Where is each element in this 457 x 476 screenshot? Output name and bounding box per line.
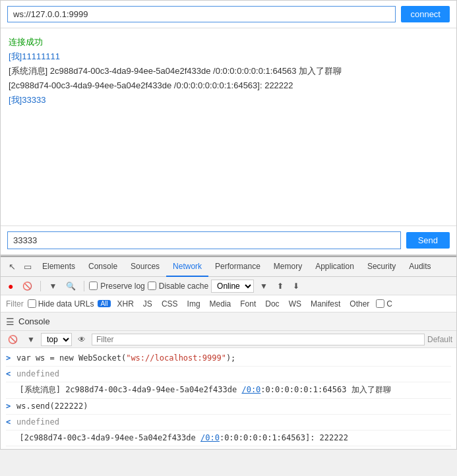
filter-doc[interactable]: Doc: [262, 299, 282, 309]
console-code-4: ws.send(222222): [16, 400, 88, 413]
connect-button[interactable]: connect: [401, 6, 450, 22]
console-filter-input[interactable]: [92, 334, 425, 345]
console-result-5: undefined: [16, 416, 59, 429]
console-result-2: undefined: [16, 368, 59, 380]
record-btn[interactable]: ●: [5, 280, 16, 293]
preserve-log-label[interactable]: Preserve log: [89, 282, 144, 291]
console-log-3: [系统消息] 2c988d74-00c3-4da9-94ee-5a04e2f43…: [19, 384, 390, 396]
console-line-3: [系统消息] 2c988d74-00c3-4da9-94ee-5a04e2f43…: [6, 382, 451, 398]
url-bar: connect: [1, 1, 456, 28]
filter-xhr[interactable]: XHR: [115, 299, 137, 309]
console-line-6: [2c988d74-00c3-4da9-94ee-5a04e2f433de /0…: [6, 431, 451, 446]
console-title: Console: [18, 316, 50, 326]
disable-cache-label[interactable]: Disable cache: [148, 282, 208, 291]
console-header: ☰ Console: [1, 312, 456, 331]
console-log-6: [2c988d74-00c3-4da9-94ee-5a04e2f433de /0…: [19, 432, 348, 444]
tab-audits[interactable]: Audits: [402, 257, 437, 277]
inspect-icon-btn[interactable]: ↖: [5, 259, 20, 274]
clear-btn[interactable]: 🚫: [19, 280, 36, 292]
filter-css[interactable]: CSS: [159, 299, 181, 309]
filter-font[interactable]: Font: [237, 299, 259, 309]
msg-line-5: [我]33333: [9, 93, 448, 107]
network-toolbar: ● 🚫 ▼ 🔍 Preserve log Disable cache Onlin…: [1, 277, 456, 295]
console-filter-btn[interactable]: ▼: [24, 334, 38, 345]
export-btn[interactable]: ⬇: [289, 280, 303, 292]
console-panel: ☰ Console 🚫 ▼ top 👁 Default > var ws = n…: [1, 312, 456, 449]
device-icon-btn[interactable]: ▭: [20, 259, 36, 274]
other-filter-checkbox[interactable]: [376, 299, 384, 308]
filter-bar: Filter Hide data URLs All XHR JS CSS Img…: [1, 295, 456, 312]
send-input[interactable]: [7, 231, 401, 249]
message-area: 连接成功 [我]11111111 [系统消息] 2c988d74-00c3-4d…: [1, 28, 456, 226]
other-filter-text: C: [386, 299, 392, 309]
console-link-3[interactable]: /0:0: [241, 385, 260, 394]
msg-line-2: [我]11111111: [9, 49, 448, 64]
console-prompt-1: >: [6, 352, 13, 365]
console-line-2: < undefined: [6, 367, 451, 382]
console-prompt-3: [6, 384, 15, 396]
tab-security[interactable]: Security: [361, 257, 402, 277]
console-eye-btn[interactable]: 👁: [75, 334, 89, 345]
console-content: > var ws = new WebSocket("ws://localhost…: [1, 348, 456, 449]
filter-all-badge[interactable]: All: [98, 300, 110, 307]
console-prompt-5: <: [6, 416, 13, 429]
devtools-tab-bar: ↖ ▭ Elements Console Sources Network Per…: [1, 257, 456, 277]
msg-line-4: [2c988d74-00c3-4da9-94ee-5a04e2f433de /0…: [9, 78, 448, 93]
console-link-6[interactable]: /0:0: [200, 433, 220, 442]
console-line-4: > ws.send(222222): [6, 399, 451, 415]
filter-media[interactable]: Media: [207, 299, 234, 309]
url-input[interactable]: [7, 6, 396, 22]
console-clear-btn[interactable]: 🚫: [5, 334, 21, 345]
tab-console[interactable]: Console: [82, 257, 124, 277]
tab-memory[interactable]: Memory: [267, 257, 309, 277]
tab-application[interactable]: Application: [309, 257, 361, 277]
console-context-select[interactable]: top: [41, 333, 72, 346]
filter-ws[interactable]: WS: [286, 299, 304, 309]
console-line-5: < undefined: [6, 415, 451, 431]
devtools-panel: ↖ ▭ Elements Console Sources Network Per…: [1, 256, 456, 449]
console-expand-icon[interactable]: ☰: [6, 316, 15, 327]
console-line-1: > var ws = new WebSocket("ws://localhost…: [6, 351, 451, 367]
filter-js[interactable]: JS: [140, 299, 155, 309]
send-button[interactable]: Send: [406, 232, 450, 249]
tab-network[interactable]: Network: [166, 257, 208, 277]
disable-cache-text: Disable cache: [159, 282, 208, 291]
tab-performance[interactable]: Performance: [208, 257, 267, 277]
throttle-dropdown[interactable]: ▼: [257, 280, 271, 292]
search-btn[interactable]: 🔍: [63, 280, 79, 292]
app-container: connect 连接成功 [我]11111111 [系统消息] 2c988d74…: [0, 0, 457, 450]
filter-btn[interactable]: ▼: [46, 280, 60, 292]
msg-line-3: [系统消息] 2c988d74-00c3-4da9-94ee-5a04e2f43…: [9, 64, 448, 78]
console-prompt-4: >: [6, 400, 13, 413]
tab-elements[interactable]: Elements: [36, 257, 82, 277]
filter-manifest[interactable]: Manifest: [308, 299, 343, 309]
preserve-log-checkbox[interactable]: [89, 282, 98, 290]
filter-label: Filter: [6, 299, 24, 309]
console-code-1: var ws = new WebSocket("ws://localhost:9…: [16, 352, 235, 365]
hide-data-urls-text: Hide data URLs: [38, 299, 94, 309]
separator-1: [40, 281, 41, 291]
console-prompt-2: <: [6, 368, 13, 380]
tab-sources[interactable]: Sources: [124, 257, 166, 277]
throttle-select[interactable]: Online: [211, 280, 254, 293]
disable-cache-checkbox[interactable]: [148, 282, 156, 290]
hide-data-urls-label[interactable]: Hide data URLs: [28, 299, 94, 309]
other-filter-label[interactable]: C: [376, 299, 392, 309]
console-toolbar: 🚫 ▼ top 👁 Default: [1, 331, 456, 348]
import-btn[interactable]: ⬆: [274, 280, 287, 292]
send-bar: Send: [1, 226, 456, 256]
filter-img[interactable]: Img: [185, 299, 203, 309]
msg-line-1: 连接成功: [9, 35, 448, 49]
preserve-log-text: Preserve log: [100, 282, 144, 291]
hide-data-urls-checkbox[interactable]: [28, 299, 36, 308]
filter-other[interactable]: Other: [347, 299, 372, 309]
default-badge: Default: [427, 335, 452, 344]
console-prompt-6: [6, 432, 15, 444]
separator-2: [84, 281, 84, 291]
